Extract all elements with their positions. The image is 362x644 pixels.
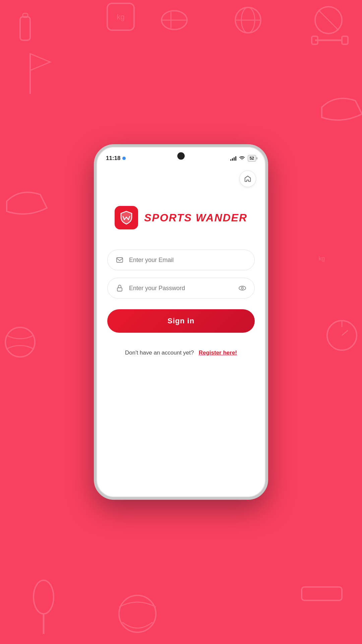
svg-point-15 — [5, 327, 35, 357]
phone-content: SPORTS WANDER — [97, 166, 265, 497]
svg-marker-11 — [30, 54, 50, 70]
svg-text:kg: kg — [318, 255, 325, 262]
password-input-wrapper — [107, 278, 255, 299]
app-logo-icon — [115, 206, 138, 229]
show-password-button[interactable] — [238, 284, 246, 292]
home-button[interactable] — [239, 170, 256, 187]
login-form: Sign in Don't have an account yet? Regis… — [107, 250, 255, 356]
email-icon — [116, 256, 124, 264]
status-indicator — [122, 157, 126, 160]
svg-rect-26 — [117, 288, 122, 291]
email-input[interactable] — [129, 257, 246, 264]
svg-rect-23 — [302, 587, 342, 600]
password-input[interactable] — [129, 285, 233, 292]
svg-rect-14 — [342, 36, 348, 44]
status-icons: 52 — [230, 155, 256, 162]
svg-point-16 — [119, 595, 156, 632]
time-label: 11:18 — [106, 155, 120, 162]
register-text: Don't have an account yet? Register here… — [107, 350, 255, 356]
no-account-label: Don't have an account yet? — [125, 350, 194, 356]
phone-frame: 11:18 52 — [94, 144, 268, 500]
email-input-wrapper — [107, 250, 255, 270]
battery-level: 52 — [250, 156, 254, 161]
app-name: SPORTS WANDER — [144, 212, 247, 224]
camera-notch — [177, 152, 185, 160]
lock-icon — [116, 284, 124, 292]
battery-icon: 52 — [248, 155, 256, 162]
svg-line-19 — [342, 330, 348, 335]
svg-point-21 — [34, 580, 54, 614]
wifi-icon — [239, 156, 245, 161]
logo-area: SPORTS WANDER — [107, 206, 255, 229]
svg-point-28 — [241, 287, 243, 289]
svg-text:kg: kg — [117, 13, 124, 21]
svg-rect-8 — [20, 17, 30, 40]
svg-point-27 — [239, 286, 246, 290]
signal-bars — [230, 156, 236, 161]
signin-button[interactable]: Sign in — [107, 309, 255, 333]
svg-rect-25 — [117, 258, 123, 262]
status-time: 11:18 — [106, 155, 126, 162]
register-link[interactable]: Register here! — [199, 350, 237, 356]
